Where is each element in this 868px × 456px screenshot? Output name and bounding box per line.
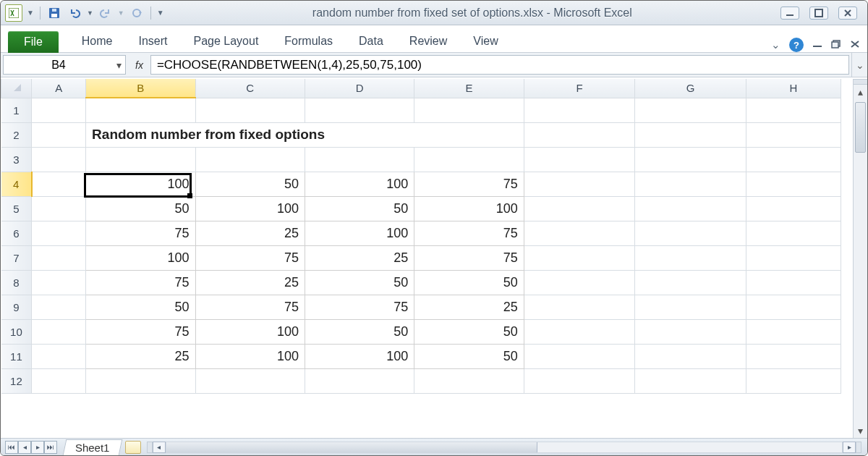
cell-B9[interactable]: 50 bbox=[86, 295, 195, 319]
sheet-nav-first-icon[interactable]: ⏮ bbox=[5, 441, 18, 454]
tab-home[interactable]: Home bbox=[79, 30, 116, 52]
cell-E6[interactable]: 75 bbox=[414, 221, 524, 245]
cell-B1[interactable] bbox=[86, 98, 195, 122]
cell-B6[interactable]: 75 bbox=[86, 221, 195, 245]
cell-H9[interactable] bbox=[746, 295, 841, 319]
hscroll-track[interactable] bbox=[166, 442, 843, 453]
cell-E8[interactable]: 50 bbox=[414, 270, 524, 295]
repeat-icon[interactable] bbox=[129, 5, 145, 21]
cell-A11[interactable] bbox=[32, 344, 86, 368]
row-header-5[interactable]: 5 bbox=[1, 196, 32, 221]
workbook-restore-icon[interactable] bbox=[831, 39, 841, 51]
vertical-scrollbar[interactable]: ▴ ▾ bbox=[853, 79, 867, 438]
cell-G1[interactable] bbox=[635, 98, 746, 122]
undo-dropdown-icon[interactable]: ▼ bbox=[87, 9, 93, 17]
row-header-3[interactable]: 3 bbox=[1, 147, 32, 172]
cell-G2[interactable] bbox=[635, 122, 746, 147]
cell-B2[interactable]: Random number from fixed options bbox=[86, 122, 524, 147]
cell-F11[interactable] bbox=[524, 344, 634, 368]
cell-C3[interactable] bbox=[195, 147, 305, 172]
cell-E3[interactable] bbox=[414, 147, 524, 172]
cell-C6[interactable]: 25 bbox=[195, 221, 305, 245]
name-box-dropdown-icon[interactable]: ▾ bbox=[114, 59, 125, 71]
cell-D7[interactable]: 25 bbox=[305, 245, 414, 270]
cell-F9[interactable] bbox=[524, 295, 634, 319]
cell-G11[interactable] bbox=[635, 344, 746, 368]
cell-D1[interactable] bbox=[305, 98, 414, 122]
column-headers[interactable]: A B C D E F G H bbox=[1, 79, 841, 98]
row-header-12[interactable]: 12 bbox=[1, 368, 32, 393]
row-header-2[interactable]: 2 bbox=[1, 122, 32, 147]
cell-C8[interactable]: 25 bbox=[195, 270, 305, 295]
cell-D3[interactable] bbox=[305, 147, 414, 172]
cell-D12[interactable] bbox=[305, 368, 414, 393]
cell-A9[interactable] bbox=[32, 295, 86, 319]
cell-D8[interactable]: 50 bbox=[305, 270, 414, 295]
row-header-8[interactable]: 8 bbox=[1, 270, 32, 295]
cell-B5[interactable]: 50 bbox=[86, 196, 195, 221]
cell-G4[interactable] bbox=[635, 172, 746, 196]
scroll-down-icon[interactable]: ▾ bbox=[854, 423, 867, 438]
cell-A7[interactable] bbox=[32, 245, 86, 270]
cell-C5[interactable]: 100 bbox=[195, 196, 305, 221]
undo-icon[interactable] bbox=[67, 5, 82, 21]
cell-H6[interactable] bbox=[746, 221, 841, 245]
cell-C7[interactable]: 75 bbox=[195, 245, 305, 270]
spreadsheet-grid[interactable]: A B C D E F G H 12Random number from fix… bbox=[1, 79, 841, 394]
row-header-1[interactable]: 1 bbox=[1, 98, 32, 122]
cell-D6[interactable]: 100 bbox=[305, 221, 414, 245]
cell-H2[interactable] bbox=[746, 122, 841, 147]
cell-D11[interactable]: 100 bbox=[305, 344, 414, 368]
cell-F1[interactable] bbox=[524, 98, 634, 122]
app-menu-dropdown-icon[interactable]: ▼ bbox=[27, 9, 34, 17]
cell-A12[interactable] bbox=[32, 368, 86, 393]
col-header-d[interactable]: D bbox=[305, 79, 414, 98]
cell-F8[interactable] bbox=[524, 270, 634, 295]
row-header-10[interactable]: 10 bbox=[1, 319, 32, 344]
cell-F6[interactable] bbox=[524, 221, 634, 245]
cell-E1[interactable] bbox=[414, 98, 524, 122]
formula-input-wrap[interactable] bbox=[150, 55, 849, 75]
cell-H4[interactable] bbox=[746, 172, 841, 196]
cell-A8[interactable] bbox=[32, 270, 86, 295]
cell-H7[interactable] bbox=[746, 245, 841, 270]
cell-B4[interactable]: 100 bbox=[86, 172, 195, 196]
col-header-h[interactable]: H bbox=[746, 79, 841, 98]
cell-B12[interactable] bbox=[86, 368, 195, 393]
file-tab[interactable]: File bbox=[8, 31, 59, 53]
close-button[interactable] bbox=[838, 7, 857, 20]
cell-B10[interactable]: 75 bbox=[86, 319, 195, 344]
row-header-7[interactable]: 7 bbox=[1, 245, 32, 270]
cell-H3[interactable] bbox=[746, 147, 841, 172]
cell-E9[interactable]: 25 bbox=[414, 295, 524, 319]
cell-D5[interactable]: 50 bbox=[305, 196, 414, 221]
formula-input[interactable] bbox=[151, 58, 848, 72]
cell-G6[interactable] bbox=[635, 221, 746, 245]
name-box[interactable]: ▾ bbox=[3, 55, 126, 75]
workbook-minimize-icon[interactable] bbox=[812, 39, 822, 51]
cell-H10[interactable] bbox=[746, 319, 841, 344]
cell-F5[interactable] bbox=[524, 196, 634, 221]
cell-E12[interactable] bbox=[414, 368, 524, 393]
cell-F7[interactable] bbox=[524, 245, 634, 270]
vscroll-thumb[interactable] bbox=[855, 102, 866, 153]
cell-C9[interactable]: 75 bbox=[195, 295, 305, 319]
cell-H11[interactable] bbox=[746, 344, 841, 368]
cell-F3[interactable] bbox=[524, 147, 634, 172]
cell-C4[interactable]: 50 bbox=[195, 172, 305, 196]
row-header-11[interactable]: 11 bbox=[1, 344, 32, 368]
col-header-e[interactable]: E bbox=[414, 79, 524, 98]
sheet-nav-prev-icon[interactable]: ◂ bbox=[18, 441, 31, 454]
col-header-g[interactable]: G bbox=[635, 79, 746, 98]
col-header-b[interactable]: B bbox=[86, 79, 195, 98]
cell-H8[interactable] bbox=[746, 270, 841, 295]
cell-E7[interactable]: 75 bbox=[414, 245, 524, 270]
cell-F4[interactable] bbox=[524, 172, 634, 196]
split-handle-top[interactable] bbox=[854, 79, 867, 85]
horizontal-scrollbar[interactable]: ◂ ▸ bbox=[147, 442, 861, 453]
cell-H12[interactable] bbox=[746, 368, 841, 393]
split-handle-right[interactable] bbox=[856, 442, 861, 453]
workbook-close-icon[interactable] bbox=[850, 39, 860, 51]
cell-G10[interactable] bbox=[635, 319, 746, 344]
cell-G5[interactable] bbox=[635, 196, 746, 221]
